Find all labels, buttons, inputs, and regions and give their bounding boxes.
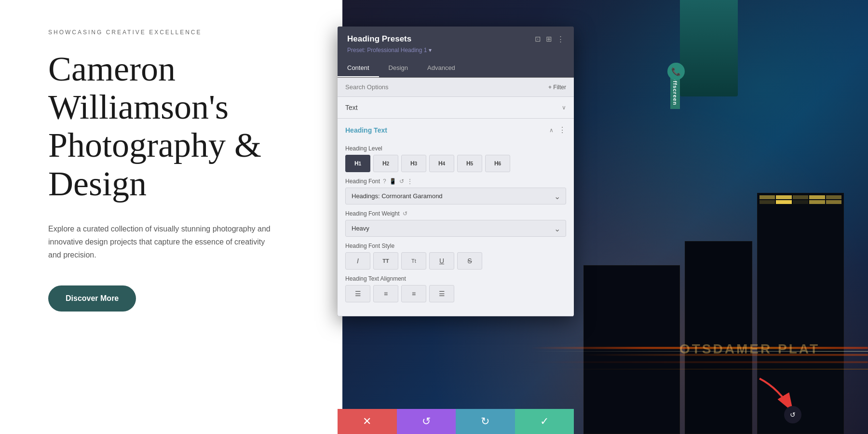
heading-font-row: Heading Font ? 📱 ↺ ⋮ Headings: Cormorant… (345, 178, 566, 204)
cancel-button[interactable]: ✕ (338, 409, 397, 434)
search-bar: + Filter (338, 78, 574, 97)
heading-text-chevron-up: ∧ (549, 127, 554, 134)
heading-font-select-wrapper: Headings: Cormorant Garamond (345, 188, 566, 204)
panel-body: + Filter Text ∨ Heading Text ∧ ⋮ (338, 78, 574, 316)
expand-icon[interactable]: ⊡ (535, 35, 541, 43)
page-subtitle: SHOWCASING CREATIVE EXCELLENCE (48, 29, 313, 36)
phone-icon-button[interactable]: 📞 (667, 63, 685, 80)
more-options-icon[interactable]: ⋮ (557, 35, 564, 43)
heading-presets-panel: Heading Presets ⊡ ⊞ ⋮ Preset: Profession… (338, 27, 574, 316)
align-center-button[interactable]: ≡ (373, 285, 398, 302)
heading-font-weight-select-wrapper: Heavy (345, 220, 566, 237)
columns-icon[interactable]: ⊞ (546, 35, 552, 43)
h2-button[interactable]: H2 (373, 155, 398, 172)
panel-title: Heading Presets (347, 34, 411, 44)
h6-button[interactable]: H6 (485, 155, 510, 172)
font-style-buttons: I TT Tt U S (345, 252, 566, 270)
heading-font-style-row: Heading Font Style I TT Tt U S (345, 243, 566, 270)
heading-text-content: Heading Level H1 H2 H3 H4 H5 H6 Heading … (338, 141, 574, 316)
heading-font-label: Heading Font ? 📱 ↺ ⋮ (345, 178, 566, 185)
text-section-header[interactable]: Text ∨ (338, 97, 574, 118)
heading-level-label: Heading Level (345, 145, 566, 152)
reset-font-icon[interactable]: ↺ (399, 178, 404, 185)
mobile-icon[interactable]: 📱 (389, 178, 396, 185)
reset-weight-icon[interactable]: ↺ (403, 210, 407, 217)
more-font-icon[interactable]: ⋮ (407, 178, 413, 185)
left-content-area: SHOWCASING CREATIVE EXCELLENCE Cameron W… (0, 0, 342, 434)
search-input[interactable] (345, 83, 548, 91)
text-section-chevron: ∨ (562, 104, 566, 111)
text-section: Text ∨ (338, 97, 574, 119)
align-left-button[interactable]: ☰ (345, 285, 370, 302)
heading-font-weight-select[interactable]: Heavy (345, 220, 566, 237)
heading-font-weight-row: Heading Font Weight ↺ Heavy (345, 210, 566, 237)
tab-design[interactable]: Design (379, 59, 418, 77)
align-right-button[interactable]: ≡ (401, 285, 426, 302)
panel-preset[interactable]: Preset: Professional Heading 1 ▾ (347, 47, 564, 54)
heading-text-section-header[interactable]: Heading Text ∧ ⋮ (338, 119, 574, 141)
h3-button[interactable]: H3 (401, 155, 426, 172)
filter-button[interactable]: + Filter (548, 84, 566, 91)
heading-font-weight-label: Heading Font Weight ↺ (345, 210, 566, 217)
h1-button[interactable]: H1 (345, 155, 370, 172)
panel-tabs: Content Design Advanced (338, 59, 574, 78)
discover-more-button[interactable]: Discover More (48, 285, 136, 312)
italic-button[interactable]: I (345, 252, 370, 270)
strikethrough-button[interactable]: S (457, 252, 482, 270)
save-button[interactable]: ✓ (515, 409, 574, 434)
text-section-title: Text (345, 104, 358, 111)
h5-button[interactable]: H5 (457, 155, 482, 172)
uppercase-button[interactable]: TT (373, 252, 398, 270)
heading-text-alignment-row: Heading Text Alignment ☰ ≡ ≡ ☰ (345, 275, 566, 302)
heading-text-section: Heading Text ∧ ⋮ Heading Level H1 H2 H3 (338, 119, 574, 316)
heading-text-section-title: Heading Text (345, 126, 387, 134)
text-alignment-buttons: ☰ ≡ ≡ ☰ (345, 285, 566, 302)
teal-building (680, 0, 738, 96)
heading-text-more[interactable]: ⋮ (558, 125, 566, 135)
phone-icon: 📞 (671, 67, 681, 76)
underline-button[interactable]: U (429, 252, 454, 270)
heading-font-select[interactable]: Headings: Cormorant Garamond (345, 188, 566, 204)
tab-content[interactable]: Content (338, 59, 379, 77)
capitalize-button[interactable]: Tt (401, 252, 426, 270)
heading-font-style-label: Heading Font Style (345, 243, 566, 249)
city-sign: OTSDAMER PLAT (679, 341, 820, 357)
panel-icon-group: ⊡ ⊞ ⋮ (535, 35, 564, 43)
align-justify-button[interactable]: ☰ (429, 285, 454, 302)
tab-advanced[interactable]: Advanced (418, 59, 465, 77)
main-heading: Cameron Williamson's Photography & Desig… (48, 50, 313, 203)
arrow-circle-icon[interactable]: ↺ (784, 406, 801, 423)
heading-text-alignment-label: Heading Text Alignment (345, 275, 566, 282)
help-icon[interactable]: ? (383, 178, 386, 185)
h4-button[interactable]: H4 (429, 155, 454, 172)
page-description: Explore a curated collection of visually… (48, 222, 280, 262)
heading-level-buttons: H1 H2 H3 H4 H5 H6 (345, 155, 566, 172)
redo-button[interactable]: ↻ (456, 409, 515, 434)
heading-level-row: Heading Level H1 H2 H3 H4 H5 H6 (345, 145, 566, 172)
bottom-action-bar: ✕ ↺ ↻ ✓ (338, 409, 574, 434)
reset-button[interactable]: ↺ (397, 409, 456, 434)
panel-header: Heading Presets ⊡ ⊞ ⋮ Preset: Profession… (338, 27, 574, 54)
